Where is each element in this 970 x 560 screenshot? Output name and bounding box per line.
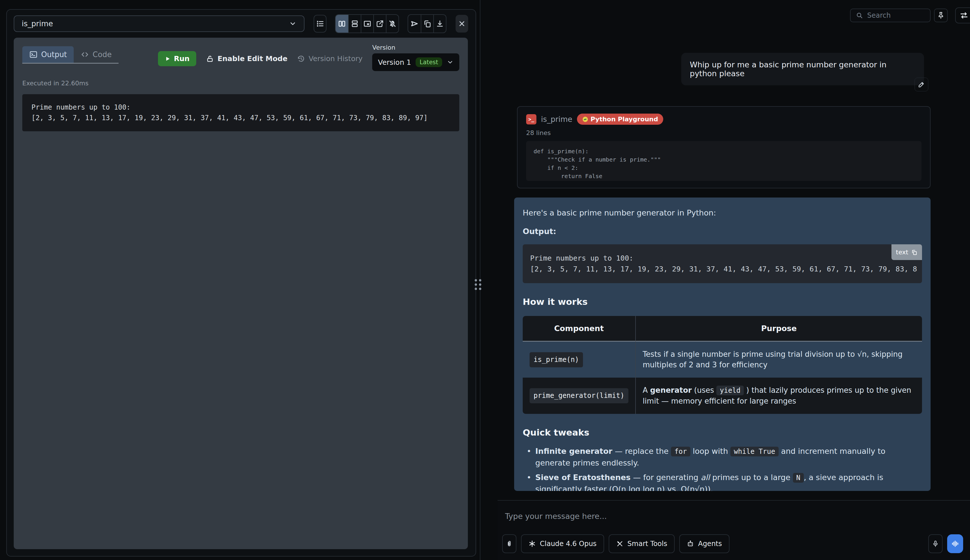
program-output: Prime numbers up to 100: [2, 3, 5, 7, 11… (22, 94, 459, 131)
artifact-title: is_prime (22, 19, 53, 28)
voice-mode-button[interactable] (947, 534, 963, 553)
model-selector-button[interactable]: Claude 4.6 Opus (521, 534, 604, 553)
artifact-actions: Run Enable Edit Mode Version History (158, 46, 459, 71)
smart-tools-button[interactable]: Smart Tools (609, 534, 674, 553)
publish-button[interactable] (408, 15, 421, 33)
search-icon (856, 12, 863, 19)
version-history-label: Version History (309, 55, 362, 63)
run-button[interactable]: Run (158, 51, 197, 66)
open-external-button[interactable] (373, 15, 386, 33)
tab-code-label: Code (93, 50, 112, 59)
artifact-card-header: >_ is_prime Python Playground (526, 113, 922, 125)
table-header-purpose: Purpose (636, 316, 922, 342)
microphone-button[interactable] (928, 534, 943, 553)
artifact-tabbar: Output Code Run (14, 38, 468, 71)
python-playground-label: Python Playground (591, 116, 658, 123)
layout-columns-button[interactable] (336, 15, 348, 33)
close-artifact-button[interactable] (456, 15, 468, 33)
agents-label: Agents (698, 540, 722, 548)
copy-button[interactable] (421, 15, 433, 33)
download-button[interactable] (433, 15, 446, 33)
edit-message-button[interactable] (915, 78, 928, 91)
python-icon (582, 116, 588, 122)
tab-output-label: Output (41, 50, 67, 59)
output-heading: Output: (523, 226, 922, 237)
response-intro: Here's a basic prime number generator in… (523, 207, 922, 218)
tab-output[interactable]: Output (22, 46, 74, 63)
history-icon (297, 55, 305, 63)
search-input[interactable] (867, 12, 925, 19)
artifact-window: is_prime (6, 9, 476, 557)
table-row: is_prime(n) Tests if a single number is … (523, 342, 922, 378)
swap-panels-button[interactable] (955, 7, 970, 23)
send-icon (410, 19, 419, 28)
chat-scroll-area[interactable]: Whip up for me a basic prime number gene… (486, 28, 970, 500)
version-label: Version (372, 44, 459, 51)
list-item: Infinite generator — replace the for loo… (523, 445, 922, 468)
swap-arrows-icon (960, 11, 968, 20)
execution-time: Executed in 22.60ms (22, 80, 459, 87)
layout-rows-button[interactable] (348, 15, 361, 33)
quick-tweaks-heading: Quick tweaks (523, 427, 922, 438)
search-box[interactable] (850, 8, 931, 22)
terminal-icon (29, 50, 38, 59)
table-header-row: Component Purpose (523, 316, 922, 342)
artifact-content-panel: Output Code Run (14, 38, 468, 549)
line-count: 28 lines (526, 129, 922, 137)
numbered-list-icon (316, 19, 324, 28)
picture-in-picture-button[interactable] (361, 15, 373, 33)
code-icon (80, 50, 89, 59)
terminal-icon: >_ (526, 114, 536, 125)
how-it-works-table: Component Purpose is_prime(n) Tests if a… (523, 316, 922, 414)
artifact-card-name: is_prime (541, 115, 573, 123)
artifact-title-select[interactable]: is_prime (14, 15, 304, 32)
pane-resize-handle[interactable] (475, 279, 481, 290)
outline-list-button[interactable] (314, 15, 326, 33)
bell-off-icon (388, 19, 397, 28)
version-select[interactable]: Version 1 Latest (372, 53, 459, 71)
version-group: Version Version 1 Latest (372, 44, 459, 71)
paperclip-icon (506, 540, 513, 547)
table-row: prime_generator(limit) A generator (uses… (523, 378, 922, 414)
picture-in-picture-icon (363, 19, 372, 28)
message-input[interactable] (505, 507, 958, 525)
external-link-icon (376, 19, 384, 28)
response-output-text: Prime numbers up to 100: [2, 3, 5, 7, 11… (523, 244, 922, 283)
assistant-response: Here's a basic prime number generator in… (514, 198, 931, 491)
lock-open-icon (206, 55, 214, 63)
attach-file-button[interactable] (502, 534, 516, 553)
run-label: Run (174, 55, 190, 63)
composer-toolbar: Claude 4.6 Opus Smart Tools Agents (502, 534, 963, 553)
enable-edit-mode-label: Enable Edit Mode (217, 55, 287, 63)
tab-code[interactable]: Code (74, 46, 119, 63)
version-history-button[interactable]: Version History (297, 55, 362, 63)
python-playground-badge: Python Playground (577, 113, 663, 125)
version-value: Version 1 (378, 58, 411, 67)
pin-button[interactable] (934, 8, 948, 22)
agents-button[interactable]: Agents (679, 534, 730, 553)
table-header-component: Component (523, 316, 636, 342)
quick-tweaks-list: Infinite generator — replace the for loo… (523, 445, 922, 491)
response-output-block: text Prime numbers up to 100: [2, 3, 5, … (523, 244, 922, 283)
copy-code-button[interactable]: text (892, 244, 922, 260)
rows-layout-icon (351, 19, 359, 28)
smart-tools-label: Smart Tools (628, 540, 667, 548)
how-it-works-heading: How it works (523, 296, 922, 307)
code-language-label: text (896, 247, 908, 258)
artifact-reference-card[interactable]: >_ is_prime Python Playground 28 lines d… (517, 106, 931, 188)
columns-layout-icon (337, 19, 346, 28)
share-actions-group (407, 14, 446, 33)
component-code-chip: prime_generator(limit) (529, 388, 628, 403)
model-icon (528, 540, 536, 547)
notifications-off-button[interactable] (386, 15, 399, 33)
model-name: Claude 4.6 Opus (540, 540, 597, 548)
tools-icon (616, 540, 624, 547)
message-composer: Claude 4.6 Opus Smart Tools Agents (498, 500, 970, 560)
enable-edit-mode-button[interactable]: Enable Edit Mode (206, 55, 287, 63)
copy-icon (423, 19, 432, 28)
output-area: Executed in 22.60ms Prime numbers up to … (14, 71, 468, 140)
user-message-bubble: Whip up for me a basic prime number gene… (681, 53, 924, 85)
component-code-chip: is_prime(n) (529, 352, 583, 367)
app-root: is_prime (0, 0, 970, 560)
robot-icon (687, 540, 694, 547)
